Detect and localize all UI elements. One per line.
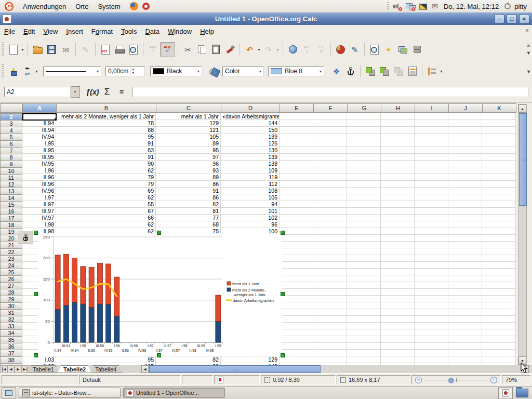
cell-I28[interactable]	[415, 289, 448, 296]
cell-D6[interactable]: 126	[221, 140, 280, 147]
row-header-28[interactable]: 28	[0, 289, 22, 296]
draw-functions-button[interactable]: ✎	[348, 43, 362, 57]
cell-I15[interactable]	[415, 201, 448, 208]
cell-H36[interactable]	[381, 343, 415, 350]
cell-I18[interactable]	[415, 221, 448, 228]
cell-F38[interactable]	[313, 356, 347, 363]
arrow-style-button[interactable]: ↞↫	[20, 64, 34, 78]
cell-I20[interactable]	[415, 235, 448, 242]
cell-I6[interactable]	[415, 140, 448, 147]
row-header-7[interactable]: 7	[0, 147, 22, 154]
cell-B3[interactable]: 78	[56, 120, 156, 127]
cell-I36[interactable]	[415, 343, 448, 350]
cell-C12[interactable]: 86	[156, 181, 221, 188]
menu-view[interactable]: View	[39, 26, 62, 37]
cell-F12[interactable]	[313, 181, 347, 188]
show-desktop-button[interactable]	[2, 387, 16, 398]
cell-K22[interactable]	[482, 248, 516, 255]
input-line[interactable]	[132, 87, 529, 97]
menu-window[interactable]: Window	[164, 26, 196, 37]
autospellcheck-button[interactable]: ABC✓	[160, 42, 175, 57]
cell-J3[interactable]	[448, 120, 482, 127]
cell-H16[interactable]	[381, 208, 415, 215]
cell-B9[interactable]: 90	[56, 161, 156, 167]
column-header-K[interactable]: K	[482, 103, 516, 113]
cell-F6[interactable]	[313, 140, 347, 147]
menu-help[interactable]: Help	[196, 26, 218, 37]
cell-F25[interactable]	[313, 269, 347, 275]
cell-K30[interactable]	[482, 302, 516, 309]
cell-K35[interactable]	[482, 336, 516, 343]
cell-A9[interactable]: IV.95	[22, 161, 56, 167]
cell-E30[interactable]	[280, 302, 313, 309]
cell-E18[interactable]	[280, 221, 313, 228]
new-document-button[interactable]	[6, 43, 20, 57]
cell-A7[interactable]: II.95	[22, 147, 56, 154]
cell-K33[interactable]	[482, 323, 516, 329]
cell-F22[interactable]	[313, 248, 347, 255]
tray-folder-icon[interactable]	[516, 389, 528, 397]
cell-D38[interactable]: 129	[221, 356, 280, 363]
cell-J18[interactable]	[448, 221, 482, 228]
cell-C6[interactable]: 89	[156, 140, 221, 147]
formula-button[interactable]: =	[114, 86, 129, 98]
cell-E8[interactable]	[280, 154, 313, 161]
cell-K21[interactable]	[482, 242, 516, 248]
select-all-corner[interactable]	[0, 103, 22, 113]
cell-E31[interactable]	[280, 309, 313, 316]
cell-G30[interactable]	[347, 302, 381, 309]
cell-D9[interactable]: 138	[221, 161, 280, 167]
cell-A12[interactable]: III.96	[22, 181, 56, 188]
cell-F33[interactable]	[313, 323, 347, 329]
cell-K11[interactable]	[482, 174, 516, 181]
cell-J23[interactable]	[448, 255, 482, 262]
column-header-F[interactable]: F	[313, 103, 348, 113]
cell-G5[interactable]	[347, 134, 381, 140]
toolbar-grip-2[interactable]	[2, 64, 4, 78]
cell-A5[interactable]: IV.94	[22, 134, 56, 140]
cell-C15[interactable]: 82	[156, 201, 221, 208]
status-modified[interactable]	[214, 375, 260, 384]
row-header-12[interactable]: 12	[0, 181, 22, 188]
cell-F34[interactable]	[313, 329, 347, 336]
cell-I30[interactable]	[415, 302, 448, 309]
cell-K31[interactable]	[482, 309, 516, 316]
cell-H19[interactable]	[381, 228, 415, 235]
change-anchor-button[interactable]	[343, 64, 357, 78]
cell-B12[interactable]: 79	[56, 181, 156, 188]
cell-C8[interactable]: 97	[156, 154, 221, 161]
cell-J2[interactable]	[448, 113, 482, 120]
cell-H8[interactable]	[381, 154, 415, 161]
cell-I34[interactable]	[415, 329, 448, 336]
cell-D4[interactable]: 150	[221, 127, 280, 134]
format-paintbrush-button[interactable]	[223, 43, 237, 57]
undo-button[interactable]: ↶	[243, 43, 257, 57]
cell-H17[interactable]	[381, 215, 415, 221]
sort-descending-button[interactable]: Z↘ A	[314, 43, 328, 57]
cell-K24[interactable]	[482, 262, 516, 269]
menu-edit[interactable]: Edit	[19, 26, 39, 37]
cell-G3[interactable]	[347, 120, 381, 127]
cell-J19[interactable]	[448, 228, 482, 235]
row-header-36[interactable]: 36	[0, 343, 22, 350]
cell-K5[interactable]	[482, 134, 516, 140]
cell-C17[interactable]: 77	[156, 215, 221, 221]
cell-B38[interactable]: 95	[56, 356, 156, 363]
cell-C4[interactable]: 121	[156, 127, 221, 134]
cell-G34[interactable]	[347, 329, 381, 336]
name-box-dropdown[interactable]: ▾	[71, 86, 80, 98]
line-color-select[interactable]: Black▾	[150, 66, 202, 76]
menu-file[interactable]: File	[0, 26, 19, 37]
cell-E33[interactable]	[280, 323, 313, 329]
cell-E20[interactable]	[280, 235, 313, 242]
cell-D14[interactable]: 105	[221, 194, 280, 201]
row-header-9[interactable]: 9	[0, 161, 22, 168]
cell-I13[interactable]	[415, 188, 448, 194]
menu-data[interactable]: Data	[141, 26, 163, 37]
cell-B15[interactable]: 55	[56, 201, 156, 208]
cell-I24[interactable]	[415, 262, 448, 269]
cell-F20[interactable]	[313, 235, 347, 242]
cell-J37[interactable]	[448, 350, 482, 356]
row-header-31[interactable]: 31	[0, 309, 22, 316]
cell-I27[interactable]	[415, 282, 448, 289]
